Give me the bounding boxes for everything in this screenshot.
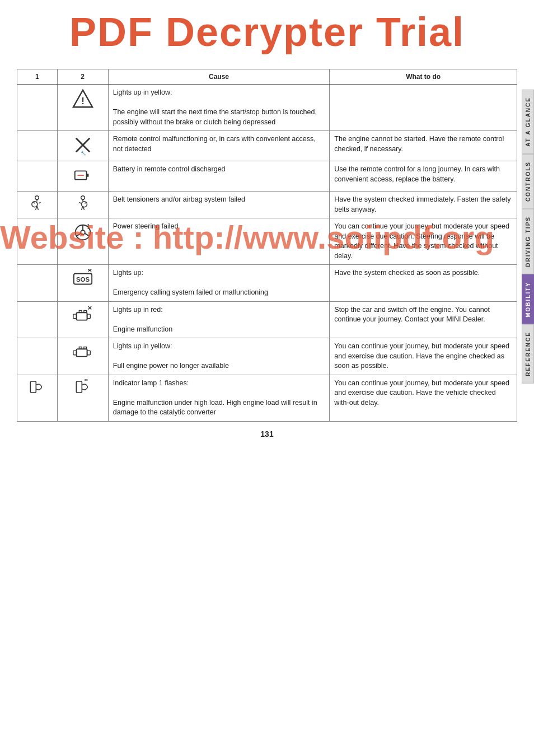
cause-cell: Battery in remote control discharged [108, 161, 330, 192]
svg-line-14 [37, 206, 39, 210]
table-row: SOS Lights up: Emergency calling system … [17, 265, 517, 302]
svg-rect-32 [76, 312, 87, 320]
catalytic-indicator-2-icon [74, 379, 91, 395]
icon-col1 [17, 301, 58, 338]
icon-col1-airbag [17, 192, 58, 218]
main-table: 1 2 Cause What to do ! Lights up in yel [17, 69, 517, 422]
cause-cell: Lights up in yellow: The engine will sta… [108, 85, 330, 131]
sidebar-tab-reference[interactable]: REFERENCE [522, 324, 534, 384]
what-cell: You can continue your journey, but moder… [330, 218, 517, 265]
what-cell: Have the system checked as soon as possi… [330, 265, 517, 302]
svg-text:!: ! [87, 223, 89, 231]
main-content: 1 2 Cause What to do ! Lights up in yel [0, 59, 534, 455]
what-cell: The engine cannot be started. Have the r… [330, 131, 517, 161]
cause-cell: Lights up in red: Engine malfunction [108, 301, 330, 338]
svg-point-8 [35, 196, 39, 200]
table-row: Indicator lamp 1 flashes: Engine malfunc… [17, 375, 517, 421]
svg-line-19 [85, 203, 86, 204]
trial-banner: PDF Decrypter Trial [0, 0, 534, 59]
svg-text:!: ! [81, 96, 85, 107]
cause-cell: Lights up: Emergency calling system fail… [108, 265, 330, 302]
svg-rect-6 [86, 174, 88, 177]
svg-line-25 [76, 234, 81, 236]
icon-col2-steering: ! [57, 218, 108, 265]
trial-title: PDF Decrypter Trial [0, 10, 534, 54]
what-cell: You can continue your journey, but moder… [330, 375, 517, 421]
sidebar-tabs: AT A GLANCE CONTROLS DRIVING TIPS MOBILI… [522, 90, 534, 384]
what-cell [330, 85, 517, 131]
sidebar-tab-driving-tips[interactable]: DRIVING TIPS [522, 209, 534, 274]
icon-col1 [17, 338, 58, 375]
icon-col2-sos: SOS [57, 265, 108, 302]
what-cell: You can continue your journey, but moder… [330, 338, 517, 375]
cause-cell: Remote control malfunctioning or, in car… [108, 131, 330, 161]
sidebar-tab-controls[interactable]: CONTROLS [522, 154, 534, 209]
icon-col1 [17, 265, 58, 302]
airbag-person-icon [29, 195, 45, 212]
icon-col1 [17, 131, 58, 161]
table-row: Belt tensioners and/or airbag system fai… [17, 192, 517, 218]
icon-col1 [17, 218, 58, 265]
svg-rect-39 [76, 349, 87, 356]
warning-triangle-icon: ! [72, 88, 93, 109]
icon-col1 [17, 85, 58, 131]
icon-col1-cat [17, 375, 58, 421]
svg-point-15 [81, 196, 85, 200]
sos-icon: SOS [72, 268, 93, 290]
table-row: 🔧 Remote control malfunctioning or, in c… [17, 131, 517, 161]
svg-line-26 [85, 234, 89, 236]
airbag-deployed-icon [74, 195, 91, 212]
header-col2: 2 [57, 69, 108, 85]
table-row: Lights up in red: Engine malfunction Sto… [17, 301, 517, 338]
steering-wheel-icon: ! [72, 222, 93, 243]
svg-line-18 [79, 203, 81, 204]
svg-rect-43 [84, 347, 87, 349]
table-row: ! Power steering failed You can continue… [17, 218, 517, 265]
cause-cell: Belt tensioners and/or airbag system fai… [108, 192, 330, 218]
cause-cell: Power steering failed [108, 218, 330, 265]
svg-rect-42 [79, 347, 82, 349]
table-row: Lights up in yellow: Full engine power n… [17, 338, 517, 375]
icon-col2-cat [57, 375, 108, 421]
what-cell: Stop the car and switch off the engine. … [330, 301, 517, 338]
engine-malfunction-icon [72, 305, 93, 326]
svg-rect-45 [76, 381, 82, 393]
engine-power-icon [72, 342, 93, 363]
svg-line-12 [39, 203, 41, 204]
icon-col1 [17, 161, 58, 192]
icon-col2-engine-red [57, 301, 108, 338]
icon-col2-warning: ! [57, 85, 108, 131]
sidebar-tab-mobility[interactable]: MOBILITY [522, 274, 534, 325]
table-row: ! Lights up in yellow: The engine will s… [17, 85, 517, 131]
icon-col2-battery [57, 161, 108, 192]
svg-rect-36 [84, 310, 87, 312]
header-cause: Cause [108, 69, 330, 85]
svg-rect-35 [79, 310, 82, 312]
cause-cell: Indicator lamp 1 flashes: Engine malfunc… [108, 375, 330, 421]
header-col1: 1 [17, 69, 58, 85]
svg-text:SOS: SOS [76, 276, 90, 283]
svg-text:🔧: 🔧 [80, 150, 86, 156]
icon-col2-airbag [57, 192, 108, 218]
svg-rect-44 [31, 381, 36, 393]
battery-remote-icon [72, 165, 93, 186]
header-what: What to do [330, 69, 517, 85]
cause-cell: Lights up in yellow: Full engine power n… [108, 338, 330, 375]
icon-col2-engine-yellow [57, 338, 108, 375]
page-number: 131 [17, 430, 517, 438]
what-cell: Use the remote control for a long journe… [330, 161, 517, 192]
svg-line-11 [34, 203, 35, 204]
sidebar-tab-at-a-glance[interactable]: AT A GLANCE [522, 90, 534, 154]
icon-col2-wrench: 🔧 [57, 131, 108, 161]
catalytic-indicator-1-icon [29, 379, 45, 395]
what-cell: Have the system checked immediately. Fas… [330, 192, 517, 218]
svg-point-23 [81, 230, 85, 235]
table-row: Battery in remote control discharged Use… [17, 161, 517, 192]
wrench-cross-icon: 🔧 [72, 134, 93, 156]
